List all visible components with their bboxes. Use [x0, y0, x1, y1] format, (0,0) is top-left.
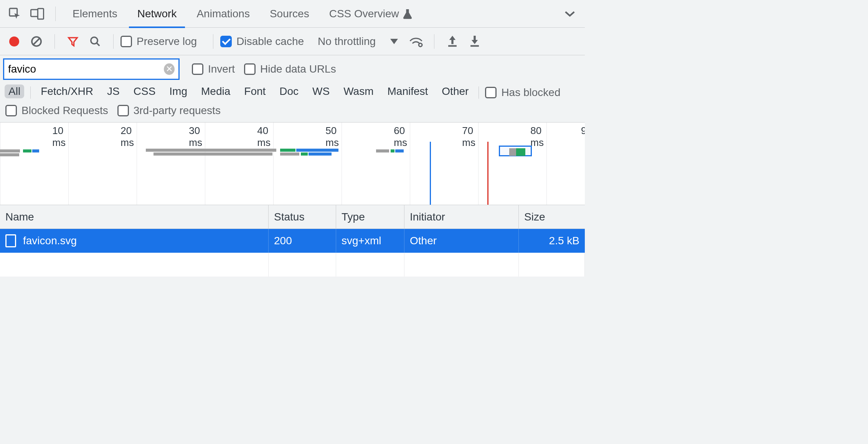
- type-fetch[interactable]: Fetch/XHR: [37, 84, 97, 98]
- filter-bar: ✕ Invert Hide data URLs: [0, 55, 585, 83]
- throttling-select[interactable]: No throttling: [318, 35, 398, 48]
- type-manifest[interactable]: Manifest: [384, 84, 432, 98]
- table-row[interactable]: favicon.svg 200 svg+xml Other 2.5 kB: [0, 229, 585, 253]
- flask-icon: [403, 8, 412, 20]
- type-js[interactable]: JS: [103, 84, 124, 98]
- request-size: 2.5 kB: [519, 229, 585, 253]
- type-media[interactable]: Media: [197, 84, 234, 98]
- col-status[interactable]: Status: [269, 205, 336, 229]
- divider: [113, 34, 114, 49]
- blocked-requests-checkbox[interactable]: Blocked Requests: [5, 104, 108, 117]
- divider: [55, 7, 56, 21]
- third-party-checkbox[interactable]: 3rd-party requests: [117, 104, 221, 117]
- chevron-down-icon: [390, 39, 398, 44]
- type-img[interactable]: Img: [165, 84, 191, 98]
- search-icon[interactable]: [84, 30, 106, 53]
- domcontentloaded-marker: [430, 142, 431, 205]
- filter-input[interactable]: [8, 63, 164, 75]
- more-tabs-icon[interactable]: [559, 3, 581, 25]
- has-blocked-checkbox[interactable]: Has blocked: [485, 86, 560, 99]
- clear-filter-icon[interactable]: ✕: [164, 63, 175, 75]
- type-font[interactable]: Font: [240, 84, 269, 98]
- tab-sources[interactable]: Sources: [260, 0, 319, 28]
- divider: [54, 34, 55, 49]
- svg-point-5: [91, 37, 98, 44]
- request-type: svg+xml: [336, 229, 404, 253]
- type-css[interactable]: CSS: [130, 84, 160, 98]
- divider: [434, 34, 434, 49]
- tab-animations[interactable]: Animations: [186, 0, 260, 28]
- network-conditions-icon[interactable]: [405, 30, 427, 53]
- tab-network[interactable]: Network: [127, 0, 187, 28]
- invert-checkbox[interactable]: Invert: [192, 63, 235, 75]
- svg-line-6: [97, 43, 100, 46]
- inspect-element-icon[interactable]: [4, 3, 26, 25]
- type-doc[interactable]: Doc: [276, 84, 302, 98]
- filter-input-wrap: ✕: [3, 58, 180, 80]
- request-name: favicon.svg: [23, 235, 77, 247]
- preserve-log-checkbox[interactable]: Preserve log: [120, 35, 197, 48]
- tab-elements[interactable]: Elements: [63, 0, 127, 28]
- record-button[interactable]: [3, 30, 25, 53]
- divider: [479, 86, 479, 99]
- svg-line-4: [33, 38, 40, 45]
- type-wasm[interactable]: Wasm: [340, 84, 377, 98]
- waterfall-overview[interactable]: 10 ms 20 ms 30 ms 40 ms 50 ms 60 ms 70 m…: [0, 122, 585, 205]
- clear-button[interactable]: [25, 30, 48, 53]
- export-har-icon[interactable]: [464, 30, 486, 53]
- request-initiator: Other: [404, 229, 519, 253]
- resource-type-filters: All Fetch/XHR JS CSS Img Media Font Doc …: [0, 83, 585, 102]
- resource-type-filters-row2: Blocked Requests 3rd-party requests: [0, 102, 585, 122]
- svg-rect-2: [38, 8, 43, 19]
- filter-icon[interactable]: [62, 30, 84, 53]
- col-type[interactable]: Type: [336, 205, 404, 229]
- hide-data-urls-checkbox[interactable]: Hide data URLs: [244, 63, 336, 75]
- col-initiator[interactable]: Initiator: [404, 205, 519, 229]
- network-toolbar: Preserve log Disable cache No throttling: [0, 28, 585, 55]
- divider: [30, 86, 31, 99]
- type-other[interactable]: Other: [438, 84, 472, 98]
- col-size[interactable]: Size: [519, 205, 585, 229]
- selection-box: [499, 146, 532, 156]
- type-all[interactable]: All: [5, 84, 24, 98]
- load-marker: [487, 142, 488, 205]
- svg-rect-9: [470, 45, 479, 46]
- device-toolbar-icon[interactable]: [26, 3, 48, 25]
- table-row-empty: [0, 253, 585, 277]
- type-ws[interactable]: WS: [309, 84, 333, 98]
- requests-table: Name Status Type Initiator Size favicon.…: [0, 205, 585, 277]
- col-name[interactable]: Name: [0, 205, 269, 229]
- tab-css-overview[interactable]: CSS Overview: [319, 0, 422, 28]
- import-har-icon[interactable]: [441, 30, 464, 53]
- devtools-tabbar: Elements Network Animations Sources CSS …: [0, 0, 585, 28]
- divider: [213, 34, 213, 49]
- request-status: 200: [269, 229, 336, 253]
- table-header: Name Status Type Initiator Size: [0, 205, 585, 229]
- svg-rect-8: [448, 45, 457, 46]
- disable-cache-checkbox[interactable]: Disable cache: [220, 35, 304, 48]
- file-icon: [5, 234, 16, 247]
